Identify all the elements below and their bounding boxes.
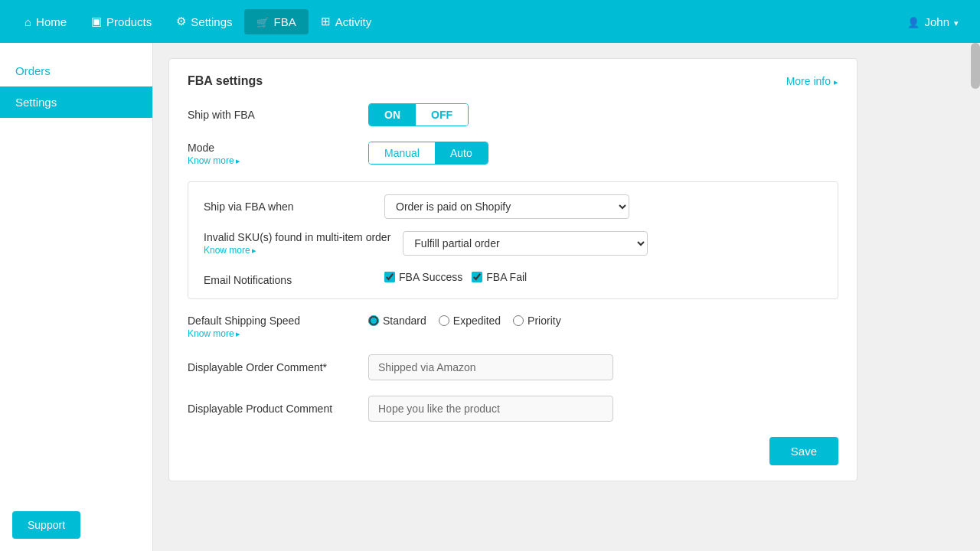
nav-settings-label: Settings <box>191 15 232 28</box>
mode-label: Mode <box>188 142 356 154</box>
order-comment-row: Displayable Order Comment* <box>188 354 838 380</box>
product-comment-input[interactable] <box>368 396 613 422</box>
mode-manual-button[interactable]: Manual <box>369 142 435 164</box>
mode-know-more[interactable]: Know more <box>188 155 356 166</box>
shipping-speed-know-more-text: Know more <box>188 328 234 339</box>
scrollbar-track <box>971 43 980 551</box>
ship-with-fba-row: Ship with FBA ON OFF <box>188 103 838 126</box>
support-button[interactable]: Support <box>12 511 80 539</box>
more-info-chevron <box>834 75 838 87</box>
email-notifications-row: Email Notifications FBA Success FBA Fail <box>204 268 822 286</box>
user-name: John <box>924 15 949 28</box>
email-notifications-checkboxes: FBA Success FBA Fail <box>384 268 527 283</box>
sidebar-orders-label: Orders <box>15 64 51 77</box>
save-button[interactable]: Save <box>769 437 838 465</box>
mode-know-more-text: Know more <box>188 155 234 166</box>
nav-products-label: Products <box>106 15 152 28</box>
radio-standard[interactable] <box>368 315 379 326</box>
shipping-speed-radios: Standard Expedited Priority <box>368 315 561 327</box>
settings-icon <box>176 15 186 28</box>
fba-success-checkbox[interactable] <box>384 272 395 282</box>
mode-know-more-chevron <box>236 155 240 166</box>
invalid-sku-label-block: Invalid SKU(s) found in multi-item order… <box>204 231 390 256</box>
order-comment-label: Displayable Order Comment* <box>188 361 356 373</box>
radio-standard-text: Standard <box>383 315 426 327</box>
settings-panel: FBA settings More info Ship with FBA ON … <box>168 58 858 481</box>
shipping-speed-chevron <box>236 328 240 339</box>
shipping-speed-row: Default Shipping Speed Know more Standar… <box>188 315 838 339</box>
nav-fba[interactable]: FBA <box>244 9 308 34</box>
home-icon <box>24 15 31 28</box>
more-info-link[interactable]: More info <box>786 75 838 87</box>
nav-activity-label: Activity <box>335 15 372 28</box>
invalid-sku-select[interactable]: Fulfill partial orderDon't fulfill <box>403 231 648 256</box>
more-info-text: More info <box>786 75 831 87</box>
radio-standard-label[interactable]: Standard <box>368 315 426 327</box>
sidebar-settings-label: Settings <box>15 96 57 109</box>
invalid-sku-chevron <box>252 245 256 256</box>
radio-expedited-text: Expedited <box>453 315 501 327</box>
panel-title: FBA settings <box>188 74 263 88</box>
invalid-sku-know-more[interactable]: Know more <box>204 245 390 256</box>
mode-auto-button[interactable]: Auto <box>435 142 488 164</box>
fba-fail-text: FBA Fail <box>486 271 527 283</box>
toggle-on-button[interactable]: ON <box>369 104 416 126</box>
sidebar: Orders Settings <box>0 43 153 551</box>
ship-via-fba-select[interactable]: Order is paid on ShopifyOrder is created… <box>384 194 629 219</box>
main-layout: Orders Settings FBA settings More info S… <box>0 43 980 551</box>
sidebar-item-orders[interactable]: Orders <box>0 55 152 86</box>
toggle-off-button[interactable]: OFF <box>416 104 468 126</box>
nav-home[interactable]: Home <box>12 9 79 34</box>
radio-priority[interactable] <box>513 315 524 326</box>
ship-via-fba-row: Ship via FBA when Order is paid on Shopi… <box>204 194 822 219</box>
product-comment-label: Displayable Product Comment <box>188 403 356 415</box>
shipping-speed-label: Default Shipping Speed <box>188 315 356 327</box>
activity-grid-icon <box>321 15 331 28</box>
invalid-sku-label: Invalid SKU(s) found in multi-item order <box>204 231 390 243</box>
products-icon <box>91 15 102 28</box>
sub-panel: Ship via FBA when Order is paid on Shopi… <box>188 181 838 299</box>
nav-activity[interactable]: Activity <box>309 8 384 34</box>
save-button-row: Save <box>188 437 838 465</box>
fba-success-checkbox-label[interactable]: FBA Success <box>384 271 462 283</box>
user-menu[interactable]: John <box>898 9 968 34</box>
radio-priority-label[interactable]: Priority <box>513 315 561 327</box>
ship-via-fba-label: Ship via FBA when <box>204 194 372 213</box>
radio-expedited-label[interactable]: Expedited <box>439 315 501 327</box>
fba-success-text: FBA Success <box>399 271 462 283</box>
top-navigation: Home Products Settings FBA Activity John <box>0 0 980 43</box>
nav-fba-label: FBA <box>273 15 296 28</box>
product-comment-row: Displayable Product Comment <box>188 396 838 422</box>
invalid-sku-know-more-text: Know more <box>204 245 250 256</box>
email-notifications-label: Email Notifications <box>204 268 372 286</box>
user-icon <box>907 15 920 28</box>
main-content: FBA settings More info Ship with FBA ON … <box>153 43 980 551</box>
shipping-speed-label-block: Default Shipping Speed Know more <box>188 315 356 339</box>
invalid-sku-row: Invalid SKU(s) found in multi-item order… <box>204 231 822 256</box>
mode-label-block: Mode Know more <box>188 142 356 166</box>
nav-products[interactable]: Products <box>79 8 164 34</box>
sidebar-item-settings[interactable]: Settings <box>0 86 152 118</box>
panel-header: FBA settings More info <box>188 74 838 88</box>
mode-row: Mode Know more Manual Auto <box>188 142 838 166</box>
radio-priority-text: Priority <box>528 315 561 327</box>
nav-settings[interactable]: Settings <box>164 8 244 34</box>
radio-expedited[interactable] <box>439 315 449 326</box>
ship-fba-toggle: ON OFF <box>368 103 469 126</box>
shipping-speed-know-more[interactable]: Know more <box>188 328 356 339</box>
scrollbar-thumb <box>971 43 980 89</box>
mode-toggle: Manual Auto <box>368 142 488 165</box>
ship-with-fba-label: Ship with FBA <box>188 109 356 121</box>
order-comment-input[interactable] <box>368 354 613 380</box>
user-dropdown-chevron <box>954 15 959 28</box>
fba-fail-checkbox[interactable] <box>472 272 482 282</box>
fba-fail-checkbox-label[interactable]: FBA Fail <box>472 271 527 283</box>
fba-cart-icon <box>256 15 269 28</box>
nav-home-label: Home <box>36 15 67 28</box>
